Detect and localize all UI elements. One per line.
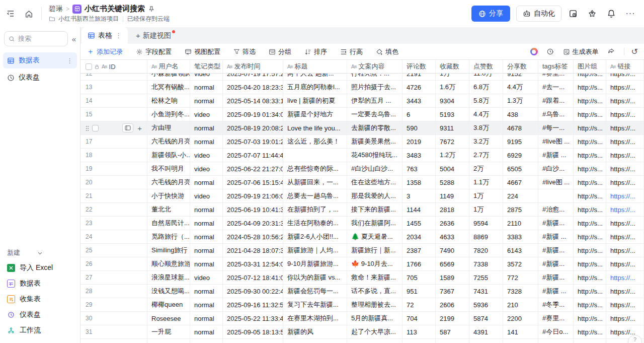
cell-time[interactable]: 2025-09-30 00:22:48 (223, 285, 283, 298)
cell-title[interactable]: 生活在阿勒泰的... (283, 217, 347, 230)
new-view-button[interactable]: + 新建视图 (128, 27, 179, 44)
cell-tags[interactable]: #新疆 ... (538, 149, 574, 162)
cell-likes[interactable]: 4391 (469, 325, 503, 339)
cell-collects[interactable]: 7672 (436, 135, 469, 149)
new-item-collect-form[interactable]: 收集表 (3, 291, 77, 307)
table-row[interactable]: 26顺心顺意旅游normal2025-03-31 12:54:009-10月新疆… (80, 257, 644, 271)
link-text[interactable]: https://... (610, 124, 635, 132)
column-header-tags[interactable]: tags标签 (538, 60, 574, 74)
undo-icon[interactable]: ↺ (631, 48, 638, 56)
cell-title[interactable]: 新疆2-6人小团!!... (283, 230, 347, 244)
cell-tags[interactable]: #新疆... (538, 257, 574, 271)
table-row[interactable]: 22董北北normal2025-06-19 10:41:32在新疆拍到了，...… (80, 203, 644, 217)
cell-user[interactable]: 我不叫明月 (147, 162, 190, 176)
cell-content[interactable]: 起了个大早凉... (347, 325, 403, 339)
cell-content[interactable]: 新疆美景果然... (347, 135, 403, 149)
cell-images[interactable]: http://s... (574, 203, 606, 217)
cell-user[interactable]: 椰椰queen (147, 298, 190, 312)
table-row[interactable]: 13北冥有锅酸...normal2025-04-20 18:23:39五月底的阿… (80, 81, 644, 94)
link-text[interactable]: https://... (610, 315, 635, 322)
cell-link[interactable]: https://... (606, 81, 644, 94)
new-item-dashboard[interactable]: 仪表盘 (3, 307, 77, 322)
column-header-id[interactable]: A≡ID (80, 60, 147, 74)
cell-time[interactable]: 2025-06-19 10:41:32 (223, 203, 283, 217)
cell-content[interactable]: 那是我爱的人... (347, 189, 403, 203)
cell-link[interactable]: https://... (606, 271, 644, 285)
cell-user[interactable]: 方由理 (147, 121, 190, 135)
cell-collects[interactable]: 5193 (436, 108, 469, 121)
cell-collects[interactable]: 2199 (436, 312, 469, 325)
cell-title[interactable]: 五月底的阿勒泰l... (283, 81, 347, 94)
cell-type[interactable]: normal (190, 81, 223, 94)
cell-shares[interactable]: 4678 (503, 121, 538, 135)
cell-comments[interactable]: 2034 (403, 230, 436, 244)
cell-images[interactable]: http://s... (574, 285, 606, 298)
cell-type[interactable]: normal (190, 121, 223, 135)
cell-user[interactable]: 小于快快游 (147, 189, 190, 203)
link-text[interactable]: https://... (610, 138, 635, 146)
cell-type[interactable]: normal (190, 312, 223, 325)
cell-user[interactable]: 北冥有锅酸... (147, 81, 190, 94)
link-text[interactable]: https://... (610, 165, 635, 173)
cell-likes[interactable]: 7255 (469, 271, 503, 285)
cell-type[interactable]: video (190, 271, 223, 285)
new-item-datasheet[interactable]: 数据表 (3, 276, 77, 291)
cell-tags[interactable]: #乌鲁... (538, 108, 574, 121)
cell-likes[interactable]: 1万 (469, 189, 503, 203)
cell-type[interactable]: normal (190, 203, 223, 217)
cell-shares[interactable]: 1.3万 (503, 94, 538, 108)
column-header-shares[interactable]: 分享数 (503, 60, 538, 74)
cell-likes[interactable]: 4.4万 (469, 108, 503, 121)
cell-time[interactable]: 2025-03-31 12:54:00 (223, 257, 283, 271)
cell-likes[interactable]: 3.2万 (469, 135, 503, 149)
sort-button[interactable]: 排序 (298, 47, 334, 56)
cell-comments[interactable]: 704 (403, 312, 436, 325)
cell-id[interactable]: 21 (80, 189, 147, 203)
history-icon[interactable] (545, 46, 556, 57)
sidebar-toggle-icon[interactable] (5, 8, 16, 19)
cell-images[interactable]: http://s... (574, 94, 606, 108)
home-icon[interactable] (23, 8, 34, 19)
cell-shares[interactable]: 7328 (503, 285, 538, 298)
table-row[interactable]: +方由理normal2025-08-19 20:08:22Love the li… (80, 121, 644, 135)
cell-time[interactable]: 2025-05-22 11:33:46 (223, 312, 283, 325)
cell-id[interactable]: 18 (80, 149, 147, 162)
cell-id[interactable]: 24 (80, 230, 147, 244)
expand-record-button[interactable] (122, 123, 133, 132)
item-more-icon[interactable]: ⋮ (66, 57, 73, 64)
generate-form-button[interactable]: 生成表单 (563, 47, 599, 56)
cell-shares[interactable]: 2200 (503, 312, 538, 325)
cell-likes[interactable]: 5874 (469, 312, 503, 325)
table-row[interactable]: 27浪浪星球新...video2025-07-12 18:41:02你以为的新疆… (80, 271, 644, 285)
cell-link[interactable]: https://... (606, 285, 644, 298)
cell-content[interactable]: 行程亮点：... (347, 74, 403, 81)
cell-images[interactable]: http://s... (574, 189, 606, 203)
add-record-button[interactable]: ＋添加记录 (87, 47, 129, 56)
cell-id[interactable]: 14 (80, 94, 147, 108)
cell-time[interactable]: 2025-08-19 20:08:22 (223, 121, 283, 135)
view-config-button[interactable]: 视图配置 (178, 47, 227, 56)
cell-time[interactable]: 2025-06-22 21:27:03 (223, 162, 283, 176)
cell-content[interactable]: 我们在新疆阿... (347, 217, 403, 230)
cell-shares[interactable]: 3572 (503, 257, 538, 271)
cell-type[interactable]: normal (190, 298, 223, 312)
cell-time[interactable]: 2025-09-19 01:34:08 (223, 108, 283, 121)
cell-type[interactable]: normal (190, 217, 223, 230)
cell-title[interactable]: 复习下去年新疆... (283, 298, 347, 312)
insert-row-button[interactable]: + (136, 124, 143, 132)
cell-time[interactable]: 2025-07-19 17:57:21 (223, 74, 283, 81)
cell-tags[interactable]: #治愈... (538, 203, 574, 217)
link-text[interactable]: https://... (610, 152, 635, 159)
cell-images[interactable]: http://s... (574, 162, 606, 176)
cell-images[interactable]: http://s... (574, 149, 606, 162)
cell-user[interactable]: 小鱼游到冬... (147, 108, 190, 121)
cell-tags[interactable]: #每一... (538, 121, 574, 135)
cell-content[interactable]: 住在这些地方... (347, 176, 403, 189)
cell-title[interactable]: 9-10月新疆旅游... (283, 257, 347, 271)
cell-link[interactable]: https://... (606, 298, 644, 312)
cell-shares[interactable]: 4667 (503, 176, 538, 189)
row-checkbox[interactable] (92, 125, 99, 131)
cell-link[interactable]: https://... (606, 217, 644, 230)
cell-content[interactable]: 接下来的新疆... (347, 203, 403, 217)
cell-type[interactable]: normal (190, 94, 223, 108)
